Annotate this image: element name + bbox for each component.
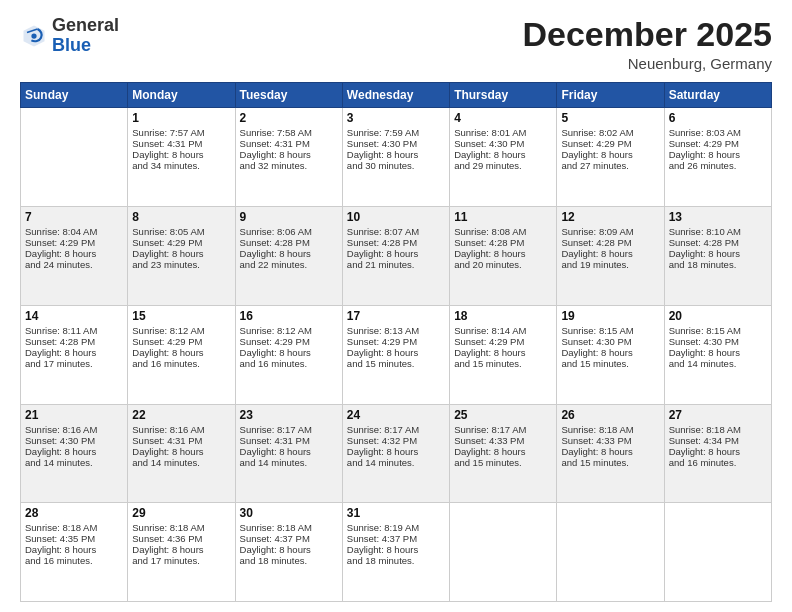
- day-number: 16: [240, 309, 338, 323]
- day-info: Daylight: 8 hours: [132, 149, 230, 160]
- day-info: Sunrise: 8:11 AM: [25, 325, 123, 336]
- col-header-tuesday: Tuesday: [235, 83, 342, 108]
- day-info: Daylight: 8 hours: [347, 347, 445, 358]
- day-info: Sunrise: 8:18 AM: [669, 424, 767, 435]
- day-info: Sunrise: 8:07 AM: [347, 226, 445, 237]
- day-info: Daylight: 8 hours: [669, 149, 767, 160]
- day-info: and 15 minutes.: [561, 358, 659, 369]
- calendar-cell: 2Sunrise: 7:58 AMSunset: 4:31 PMDaylight…: [235, 108, 342, 207]
- calendar-cell: 1Sunrise: 7:57 AMSunset: 4:31 PMDaylight…: [128, 108, 235, 207]
- day-number: 15: [132, 309, 230, 323]
- calendar-header-row: SundayMondayTuesdayWednesdayThursdayFrid…: [21, 83, 772, 108]
- col-header-wednesday: Wednesday: [342, 83, 449, 108]
- day-number: 24: [347, 408, 445, 422]
- day-number: 31: [347, 506, 445, 520]
- day-number: 30: [240, 506, 338, 520]
- calendar-cell: 28Sunrise: 8:18 AMSunset: 4:35 PMDayligh…: [21, 503, 128, 602]
- logo: General Blue: [20, 16, 119, 56]
- day-info: Daylight: 8 hours: [561, 248, 659, 259]
- header: General Blue December 2025 Neuenburg, Ge…: [20, 16, 772, 72]
- calendar-cell: 12Sunrise: 8:09 AMSunset: 4:28 PMDayligh…: [557, 207, 664, 306]
- day-info: Sunrise: 8:10 AM: [669, 226, 767, 237]
- day-number: 9: [240, 210, 338, 224]
- calendar-cell: 27Sunrise: 8:18 AMSunset: 4:34 PMDayligh…: [664, 404, 771, 503]
- day-info: Sunrise: 8:09 AM: [561, 226, 659, 237]
- day-info: Daylight: 8 hours: [132, 544, 230, 555]
- page: General Blue December 2025 Neuenburg, Ge…: [0, 0, 792, 612]
- logo-general-text: General: [52, 15, 119, 35]
- day-info: Sunrise: 7:59 AM: [347, 127, 445, 138]
- day-info: Daylight: 8 hours: [132, 347, 230, 358]
- calendar-cell: 7Sunrise: 8:04 AMSunset: 4:29 PMDaylight…: [21, 207, 128, 306]
- day-info: Sunrise: 8:18 AM: [132, 522, 230, 533]
- week-row-2: 14Sunrise: 8:11 AMSunset: 4:28 PMDayligh…: [21, 305, 772, 404]
- day-info: and 15 minutes.: [454, 457, 552, 468]
- day-info: Daylight: 8 hours: [240, 544, 338, 555]
- logo-blue-text: Blue: [52, 35, 91, 55]
- day-info: Daylight: 8 hours: [240, 248, 338, 259]
- day-info: Sunset: 4:29 PM: [132, 237, 230, 248]
- calendar-cell: [664, 503, 771, 602]
- day-number: 8: [132, 210, 230, 224]
- day-info: Sunrise: 8:06 AM: [240, 226, 338, 237]
- day-number: 22: [132, 408, 230, 422]
- day-number: 28: [25, 506, 123, 520]
- day-info: Sunset: 4:29 PM: [454, 336, 552, 347]
- calendar-cell: 10Sunrise: 8:07 AMSunset: 4:28 PMDayligh…: [342, 207, 449, 306]
- day-info: and 14 minutes.: [347, 457, 445, 468]
- calendar-table: SundayMondayTuesdayWednesdayThursdayFrid…: [20, 82, 772, 602]
- day-info: and 14 minutes.: [240, 457, 338, 468]
- day-info: Daylight: 8 hours: [669, 347, 767, 358]
- col-header-friday: Friday: [557, 83, 664, 108]
- day-info: and 24 minutes.: [25, 259, 123, 270]
- day-info: Sunset: 4:29 PM: [347, 336, 445, 347]
- day-number: 21: [25, 408, 123, 422]
- day-number: 13: [669, 210, 767, 224]
- day-info: Daylight: 8 hours: [561, 149, 659, 160]
- calendar-cell: 11Sunrise: 8:08 AMSunset: 4:28 PMDayligh…: [450, 207, 557, 306]
- day-info: and 34 minutes.: [132, 160, 230, 171]
- day-number: 11: [454, 210, 552, 224]
- day-info: Sunrise: 7:57 AM: [132, 127, 230, 138]
- day-info: Daylight: 8 hours: [454, 248, 552, 259]
- day-info: Sunset: 4:28 PM: [347, 237, 445, 248]
- day-info: Sunset: 4:28 PM: [25, 336, 123, 347]
- day-info: Sunset: 4:29 PM: [561, 138, 659, 149]
- calendar-cell: 26Sunrise: 8:18 AMSunset: 4:33 PMDayligh…: [557, 404, 664, 503]
- calendar-cell: 29Sunrise: 8:18 AMSunset: 4:36 PMDayligh…: [128, 503, 235, 602]
- location: Neuenburg, Germany: [522, 55, 772, 72]
- day-info: and 32 minutes.: [240, 160, 338, 171]
- day-info: Sunrise: 8:19 AM: [347, 522, 445, 533]
- day-info: Daylight: 8 hours: [25, 544, 123, 555]
- day-info: Sunset: 4:28 PM: [454, 237, 552, 248]
- calendar-cell: 24Sunrise: 8:17 AMSunset: 4:32 PMDayligh…: [342, 404, 449, 503]
- day-info: and 22 minutes.: [240, 259, 338, 270]
- day-info: and 26 minutes.: [669, 160, 767, 171]
- day-number: 17: [347, 309, 445, 323]
- day-info: and 16 minutes.: [669, 457, 767, 468]
- title-block: December 2025 Neuenburg, Germany: [522, 16, 772, 72]
- day-info: Sunset: 4:30 PM: [454, 138, 552, 149]
- day-info: Sunrise: 8:18 AM: [561, 424, 659, 435]
- day-info: Sunrise: 8:17 AM: [347, 424, 445, 435]
- day-info: Sunset: 4:32 PM: [347, 435, 445, 446]
- day-number: 7: [25, 210, 123, 224]
- calendar-cell: 17Sunrise: 8:13 AMSunset: 4:29 PMDayligh…: [342, 305, 449, 404]
- calendar-cell: 14Sunrise: 8:11 AMSunset: 4:28 PMDayligh…: [21, 305, 128, 404]
- day-info: and 20 minutes.: [454, 259, 552, 270]
- col-header-monday: Monday: [128, 83, 235, 108]
- month-title: December 2025: [522, 16, 772, 53]
- day-info: Daylight: 8 hours: [25, 347, 123, 358]
- day-info: and 15 minutes.: [561, 457, 659, 468]
- calendar-cell: 25Sunrise: 8:17 AMSunset: 4:33 PMDayligh…: [450, 404, 557, 503]
- calendar-cell: 18Sunrise: 8:14 AMSunset: 4:29 PMDayligh…: [450, 305, 557, 404]
- day-info: Daylight: 8 hours: [347, 544, 445, 555]
- day-info: and 15 minutes.: [347, 358, 445, 369]
- day-info: Sunset: 4:29 PM: [132, 336, 230, 347]
- day-number: 3: [347, 111, 445, 125]
- day-info: and 17 minutes.: [132, 555, 230, 566]
- day-info: Sunset: 4:29 PM: [669, 138, 767, 149]
- week-row-3: 21Sunrise: 8:16 AMSunset: 4:30 PMDayligh…: [21, 404, 772, 503]
- day-info: Sunrise: 8:03 AM: [669, 127, 767, 138]
- day-info: and 14 minutes.: [132, 457, 230, 468]
